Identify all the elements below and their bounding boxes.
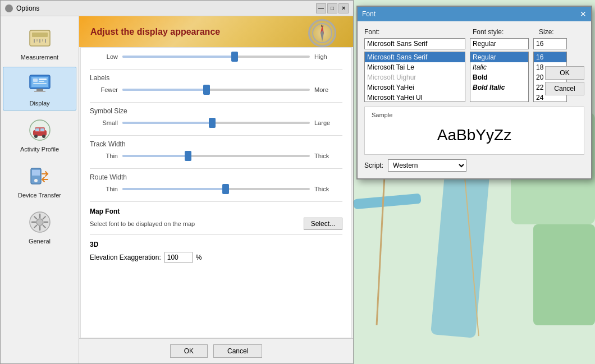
activity-profile-icon: [26, 117, 53, 144]
font-col-font-label: Font:: [364, 28, 468, 36]
font-style-item[interactable]: Italic: [470, 62, 528, 72]
svg-point-19: [42, 135, 45, 138]
font-style-input[interactable]: [470, 38, 529, 49]
measurement-icon: [26, 25, 53, 52]
title-controls: — □ ✕: [316, 3, 349, 13]
symbol-size-slider-fill: [122, 122, 212, 124]
font-styles-list[interactable]: Regular Italic Bold Bold Italic: [470, 52, 529, 102]
sidebar-item-device-transfer[interactable]: Device Transfer: [3, 159, 76, 202]
display-icon: [26, 71, 53, 98]
font-dialog-body: Font: Font style: Size: Microsoft Sans S…: [358, 21, 591, 178]
labels-slider-fill: [122, 89, 207, 91]
font-dialog: Font ✕ Font: Font style: Size: Microsoft…: [356, 6, 592, 179]
svg-point-18: [34, 135, 38, 138]
track-width-slider-row: Thin Thick: [90, 153, 342, 159]
small-label: Small: [90, 119, 118, 126]
ok-button[interactable]: OK: [170, 344, 208, 358]
header-title: Adjust the display appearance: [90, 27, 220, 37]
font-cancel-button[interactable]: Cancel: [545, 82, 584, 95]
track-width-slider-track[interactable]: [122, 155, 310, 157]
route-width-title: Route Width: [90, 173, 342, 181]
options-icon: [5, 4, 13, 12]
font-name-item[interactable]: Microsoft Sans Serif: [365, 52, 465, 62]
sidebar-item-display[interactable]: Display: [3, 67, 76, 110]
font-name-input[interactable]: [364, 38, 465, 49]
elevation-unit: %: [196, 254, 202, 261]
colors-section: Low High: [90, 53, 342, 60]
route-width-slider-thumb[interactable]: [222, 184, 229, 194]
low-label: Low: [90, 53, 118, 60]
font-name-item[interactable]: Microsoft Tai Le: [365, 62, 465, 72]
close-button[interactable]: ✕: [338, 3, 349, 13]
colors-slider-thumb[interactable]: [231, 52, 238, 62]
divider-6: [90, 234, 342, 235]
colors-slider-row: Low High: [90, 53, 342, 60]
script-row: Script: Western Greek Cyrillic: [364, 159, 584, 172]
colors-slider-track[interactable]: [122, 56, 310, 58]
divider-2: [90, 102, 342, 103]
font-ok-button[interactable]: OK: [545, 66, 584, 80]
more-label: More: [314, 86, 342, 93]
symbol-size-title: Symbol Size: [90, 107, 342, 115]
route-thin-label: Thin: [90, 186, 118, 192]
track-width-section: Track Width Thin Thick: [90, 140, 342, 159]
font-ok-cancel: OK Cancel: [545, 66, 584, 95]
labels-slider-track[interactable]: [122, 89, 310, 91]
font-sample-section: Sample AaBbYyZz: [364, 107, 584, 155]
route-width-slider-track[interactable]: [122, 188, 310, 190]
symbol-size-slider-thumb[interactable]: [209, 118, 216, 128]
sidebar-item-general[interactable]: General: [3, 205, 76, 248]
minimize-button[interactable]: —: [316, 3, 326, 13]
symbol-size-slider-track[interactable]: [122, 122, 310, 124]
general-icon: [26, 209, 53, 236]
sidebar-item-measurement[interactable]: Measurement: [3, 21, 76, 64]
divider-5: [90, 201, 342, 202]
sidebar-display-label: Display: [29, 100, 49, 107]
svg-rect-12: [39, 79, 47, 80]
font-col-labels: Font: Font style: Size:: [364, 28, 584, 36]
font-inputs-row: [364, 38, 584, 49]
svg-rect-13: [39, 81, 44, 82]
labels-slider-row: Fewer More: [90, 86, 342, 93]
options-window: Options — □ ✕: [0, 0, 354, 364]
font-name-item[interactable]: Microsoft YaHei: [365, 82, 465, 93]
divider-3: [90, 135, 342, 136]
route-thick-label: Thick: [314, 186, 342, 192]
map-water-river: [431, 167, 490, 338]
svg-point-26: [36, 219, 43, 225]
content-header: Adjust the display appearance N: [79, 16, 353, 47]
colors-slider-fill: [122, 56, 235, 58]
font-style-item[interactable]: Bold: [470, 72, 528, 82]
symbol-size-slider-row: Small Large: [90, 119, 342, 126]
font-dialog-close-button[interactable]: ✕: [580, 10, 587, 19]
options-titlebar: Options — □ ✕: [1, 1, 353, 16]
track-width-slider-thumb[interactable]: [185, 151, 191, 161]
cancel-button[interactable]: Cancel: [213, 344, 262, 358]
sidebar-item-activity-profile[interactable]: Activity Profile: [3, 113, 76, 156]
font-size-item[interactable]: 16: [534, 52, 566, 62]
font-name-item[interactable]: Microsoft YaHei UI: [365, 93, 465, 102]
labels-slider-thumb[interactable]: [203, 85, 210, 95]
compass-icon: N: [308, 19, 336, 47]
font-size-input[interactable]: [533, 38, 567, 49]
font-dialog-titlebar: Font ✕: [358, 7, 591, 21]
elevation-input[interactable]: [164, 252, 193, 263]
select-font-button[interactable]: Select...: [304, 218, 342, 230]
main-content: Adjust the display appearance N Low: [79, 16, 353, 363]
script-select[interactable]: Western Greek Cyrillic: [388, 159, 466, 172]
font-style-item[interactable]: Bold Italic: [470, 82, 528, 93]
sidebar-general-label: General: [29, 238, 51, 245]
font-style-item[interactable]: Regular: [470, 52, 528, 62]
maximize-button[interactable]: □: [327, 3, 337, 13]
svg-rect-23: [32, 170, 40, 176]
labels-section-title: Labels: [90, 74, 342, 82]
font-names-list[interactable]: Microsoft Sans Serif Microsoft Tai Le Mi…: [364, 52, 465, 102]
track-width-slider-fill: [122, 155, 188, 157]
map-font-section: Map Font Select font to be displayed on …: [90, 208, 342, 230]
map-water-feature: [354, 193, 422, 209]
threed-title: 3D: [90, 241, 342, 248]
labels-section: Labels Fewer More: [90, 74, 342, 93]
font-name-item[interactable]: Microsoft Uighur: [365, 72, 465, 82]
svg-point-24: [34, 179, 38, 182]
options-title: Options: [16, 4, 39, 12]
